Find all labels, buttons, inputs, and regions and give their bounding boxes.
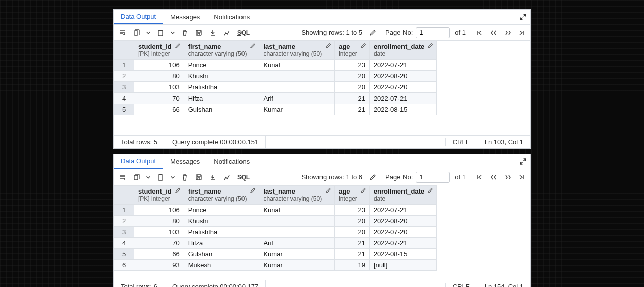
cell[interactable]: 19 — [335, 260, 370, 271]
cell[interactable]: 106 — [134, 205, 184, 216]
table-row[interactable]: 1106PrinceKunal232022-07-21 — [114, 60, 437, 71]
cell[interactable]: 66 — [134, 104, 184, 115]
table-row[interactable]: 3103Pratishtha202022-07-20 — [114, 227, 437, 238]
row-number[interactable]: 2 — [114, 216, 134, 227]
cell[interactable]: Arif — [259, 93, 335, 104]
table-row[interactable]: 280Khushi202022-08-20 — [114, 71, 437, 82]
download-button[interactable] — [206, 26, 219, 39]
delete-button[interactable] — [178, 171, 191, 184]
tab-data-output[interactable]: Data Output — [114, 154, 163, 169]
save-button[interactable] — [192, 26, 205, 39]
row-number[interactable]: 3 — [114, 82, 134, 93]
chart-button[interactable] — [220, 171, 233, 184]
table-row[interactable]: 3103Pratishtha202022-07-20 — [114, 82, 437, 93]
cell[interactable]: 80 — [134, 71, 184, 82]
cell[interactable]: 20 — [335, 216, 370, 227]
tab-data-output[interactable]: Data Output — [114, 10, 163, 24]
prev-page-button[interactable] — [487, 171, 500, 184]
next-page-button[interactable] — [501, 26, 514, 39]
cell[interactable]: 2022-07-21 — [369, 238, 436, 249]
cell[interactable]: 2022-08-20 — [369, 216, 436, 227]
tab-notifications[interactable]: Notifications — [207, 10, 257, 24]
cell[interactable]: 2022-07-20 — [369, 82, 436, 93]
tab-messages[interactable]: Messages — [163, 154, 207, 169]
cell[interactable]: 80 — [134, 216, 184, 227]
cell[interactable]: 2022-07-21 — [369, 60, 436, 71]
copy-button[interactable] — [130, 171, 143, 184]
cell[interactable]: 66 — [134, 249, 184, 260]
row-number[interactable]: 1 — [114, 205, 134, 216]
cell[interactable]: 103 — [134, 82, 184, 93]
cell[interactable]: Arif — [259, 238, 335, 249]
cell[interactable]: 103 — [134, 227, 184, 238]
column-header[interactable]: first_namecharacter varying (50) — [184, 41, 259, 60]
cell[interactable]: Kumar — [259, 104, 335, 115]
tab-notifications[interactable]: Notifications — [207, 154, 257, 169]
sql-button[interactable]: SQL — [234, 171, 253, 184]
table-row[interactable]: 693MukeshKumar19[null] — [114, 260, 437, 271]
row-number[interactable]: 3 — [114, 227, 134, 238]
cell[interactable]: 20 — [335, 71, 370, 82]
pencil-icon[interactable] — [250, 187, 256, 195]
cell[interactable]: Pratishtha — [184, 82, 259, 93]
copy-dropdown[interactable] — [144, 26, 153, 39]
row-number[interactable]: 5 — [114, 104, 134, 115]
cell[interactable] — [259, 227, 335, 238]
pencil-icon[interactable] — [427, 43, 433, 50]
sql-button[interactable]: SQL — [234, 26, 253, 39]
cell[interactable]: 21 — [335, 104, 370, 115]
cell[interactable] — [259, 216, 335, 227]
cell[interactable] — [259, 71, 335, 82]
table-row[interactable]: 470HifzaArif212022-07-21 — [114, 93, 437, 104]
cell[interactable]: 21 — [335, 249, 370, 260]
table-row[interactable]: 1106PrinceKunal232022-07-21 — [114, 205, 437, 216]
tab-messages[interactable]: Messages — [163, 10, 207, 24]
expand-icon[interactable] — [515, 13, 530, 21]
cell[interactable]: Prince — [184, 205, 259, 216]
cell[interactable]: 23 — [335, 60, 370, 71]
cell[interactable]: Pratishtha — [184, 227, 259, 238]
cell[interactable]: 2022-08-15 — [369, 104, 436, 115]
cell[interactable]: Prince — [184, 60, 259, 71]
row-number[interactable]: 4 — [114, 93, 134, 104]
add-row-button[interactable] — [116, 171, 129, 184]
copy-dropdown[interactable] — [144, 171, 153, 184]
row-number[interactable]: 2 — [114, 71, 134, 82]
first-page-button[interactable] — [473, 171, 486, 184]
cell[interactable]: Kunal — [259, 60, 335, 71]
column-header[interactable]: last_namecharacter varying (50) — [259, 186, 335, 205]
pencil-icon[interactable] — [360, 43, 366, 50]
cell[interactable]: Kunal — [259, 205, 335, 216]
last-page-button[interactable] — [515, 26, 528, 39]
column-header[interactable]: enrollment_datedate — [369, 41, 436, 60]
cell[interactable]: 20 — [335, 227, 370, 238]
first-page-button[interactable] — [473, 26, 486, 39]
expand-icon[interactable] — [515, 158, 530, 165]
add-row-button[interactable] — [116, 26, 129, 39]
cell[interactable]: 21 — [335, 93, 370, 104]
cell[interactable]: 2022-08-15 — [369, 249, 436, 260]
prev-page-button[interactable] — [487, 26, 500, 39]
cell[interactable]: Gulshan — [184, 249, 259, 260]
pencil-icon[interactable] — [250, 43, 256, 50]
next-page-button[interactable] — [501, 171, 514, 184]
pencil-icon[interactable] — [360, 187, 366, 195]
cell[interactable]: Khushi — [184, 71, 259, 82]
cell[interactable]: Kumar — [259, 249, 335, 260]
paste-button[interactable] — [154, 171, 167, 184]
page-no-input[interactable] — [416, 172, 450, 183]
pencil-icon[interactable] — [325, 187, 331, 195]
download-button[interactable] — [206, 171, 219, 184]
edit-rows-button[interactable] — [366, 26, 379, 39]
chart-button[interactable] — [220, 26, 233, 39]
table-row[interactable]: 566GulshanKumar212022-08-15 — [114, 104, 437, 115]
row-number[interactable]: 5 — [114, 249, 134, 260]
row-number[interactable]: 1 — [114, 60, 134, 71]
pencil-icon[interactable] — [427, 187, 433, 195]
pencil-icon[interactable] — [175, 43, 181, 50]
paste-dropdown[interactable] — [168, 26, 177, 39]
cell[interactable]: 21 — [335, 238, 370, 249]
table-row[interactable]: 470HifzaArif212022-07-21 — [114, 238, 437, 249]
cell[interactable]: 2022-07-21 — [369, 205, 436, 216]
cell[interactable]: 106 — [134, 60, 184, 71]
